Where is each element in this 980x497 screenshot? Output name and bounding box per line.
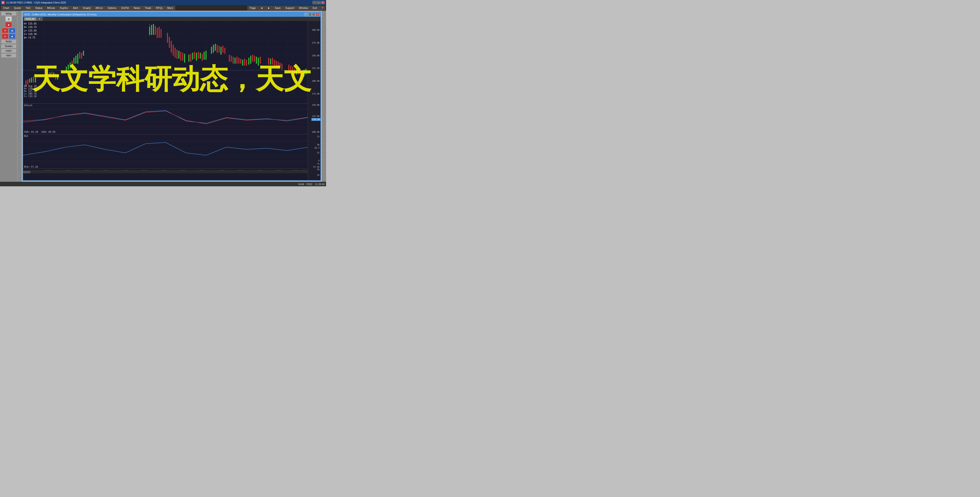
menu-news[interactable]: News — [132, 6, 142, 10]
dot-decoration — [323, 155, 325, 156]
chart-window-controls[interactable]: 🔍 ─ □ ✕ — [305, 13, 319, 16]
menu-snapq[interactable]: SnapQ — [81, 6, 93, 10]
dot-decoration — [323, 53, 325, 54]
dot-decoration — [323, 118, 325, 119]
chart-tab-add[interactable]: ▼ — [36, 17, 43, 21]
svg-rect-116 — [304, 70, 304, 76]
chart-search-icon[interactable]: 🔍 — [305, 13, 308, 16]
chart-scrollbar[interactable] — [23, 170, 308, 173]
titlebar-controls[interactable]: ─ □ ✕ — [313, 1, 325, 4]
list-button[interactable]: <list> — [1, 54, 16, 57]
svg-rect-55 — [167, 33, 168, 43]
candle-group-2015-16 — [229, 55, 247, 66]
dot-decoration — [19, 16, 20, 17]
dot-decoration — [323, 167, 325, 168]
dot-decoration — [19, 175, 20, 176]
svg-rect-36 — [57, 75, 58, 80]
price-175: 175.00 — [312, 93, 320, 95]
menubar: Chart Quote T&S Status MScan SupSrv Aler… — [0, 5, 326, 11]
current-price-label: 119.30 — [311, 118, 320, 121]
setup-button[interactable]: Setup — [1, 12, 16, 16]
svg-rect-29 — [35, 78, 36, 83]
menu-rfqs[interactable]: RFQs — [154, 6, 165, 10]
dot-decoration — [19, 32, 20, 33]
price-delta: Δ= +3.75 — [24, 36, 37, 39]
dot-decoration — [19, 102, 20, 103]
studies-button[interactable]: Studies — [1, 44, 16, 48]
svg-rect-110 — [292, 67, 293, 73]
intd-button[interactable]: <IntD> — [1, 49, 16, 53]
menu-allcon[interactable]: AllCon — [93, 6, 105, 10]
dot-decoration — [19, 143, 20, 144]
close-button[interactable]: ✕ — [321, 1, 325, 4]
stoch-50: 50 — [317, 144, 320, 146]
svg-rect-115 — [302, 70, 302, 76]
menu-supsrv[interactable]: SupSrv — [58, 6, 70, 10]
svg-rect-50 — [153, 24, 154, 35]
dot-decoration — [19, 114, 20, 115]
red-x-icon[interactable]: ✕ — [2, 28, 8, 33]
menu-support[interactable]: Support — [283, 6, 296, 10]
candle-group-2016-17 — [248, 55, 261, 66]
svg-rect-28 — [33, 76, 34, 83]
main-chart-area[interactable] — [23, 21, 320, 96]
price-close: C= 119.30 — [24, 32, 37, 36]
blue-icon-2[interactable]: ■ — [9, 34, 15, 39]
svg-rect-75 — [211, 47, 212, 54]
statusbar: NUM P002 11:28:08 — [0, 182, 326, 186]
menu-mscan[interactable]: MScan — [45, 6, 57, 10]
menu-exit[interactable]: Exit — [311, 6, 319, 10]
chart-tab-kce[interactable]: KCE_M — [24, 17, 36, 21]
price-high: H= 119.75 — [24, 25, 37, 29]
chart-maximize-button[interactable]: □ — [312, 13, 315, 16]
maximize-button[interactable]: □ — [317, 1, 320, 4]
svg-rect-108 — [288, 65, 289, 72]
stoch-ssd-label: SSD= — [41, 131, 48, 133]
dot-decoration — [323, 37, 325, 38]
svg-rect-91 — [244, 59, 245, 66]
chart-window: KCE - Coffee (ICE), Monthly Continuation… — [22, 12, 321, 181]
menu-window[interactable]: Window — [297, 6, 310, 10]
menu-ts[interactable]: T&S — [24, 6, 33, 10]
svg-rect-85 — [233, 57, 234, 64]
svg-rect-111 — [294, 69, 295, 75]
red-icon-2[interactable]: ✕ — [2, 34, 8, 39]
svg-rect-101 — [270, 59, 271, 65]
print-icon[interactable]: 🖨 — [5, 16, 12, 21]
menu-next[interactable]: ► — [266, 6, 272, 10]
menu-alert[interactable]: Alert — [71, 6, 80, 10]
rsi-label-prefix: RSI= — [24, 166, 31, 168]
dot-decoration — [19, 147, 20, 148]
scrollbar-thumb[interactable] — [23, 171, 30, 173]
candle-group-2011-peak — [149, 24, 161, 38]
dot-decoration — [19, 49, 20, 49]
menu-more[interactable]: More — [165, 6, 175, 10]
stoch-panel: SStoch SSK= 44.28 SSD — [23, 104, 320, 134]
menu-trade[interactable]: Trade — [143, 6, 153, 10]
dot-decoration — [323, 24, 325, 25]
menu-chart[interactable]: Chart — [1, 6, 11, 10]
menu-quote[interactable]: Quote — [12, 6, 23, 10]
blue-icon[interactable]: ■ — [9, 28, 15, 33]
svg-rect-73 — [204, 52, 204, 60]
menu-options[interactable]: Options — [105, 6, 119, 10]
red-icon-1[interactable]: ■ — [5, 22, 12, 27]
menu-ordtkt[interactable]: OrdTkt — [119, 6, 131, 10]
menu-prev[interactable]: ◄ — [258, 6, 265, 10]
chart-minimize-button[interactable]: ─ — [309, 13, 312, 16]
svg-rect-41 — [73, 58, 75, 64]
chart-close-button[interactable]: ✕ — [316, 13, 319, 16]
menu-help[interactable]: ? — [320, 6, 325, 10]
dot-decoration — [19, 69, 20, 70]
dot-decoration — [323, 163, 325, 164]
dot-decoration — [323, 171, 325, 172]
chart-container: KCE - Coffee (ICE), Monthly Continuation… — [22, 11, 322, 182]
resd-button[interactable]: ReSd — [1, 40, 16, 43]
menu-page[interactable]: Page — [248, 6, 258, 10]
dot-decoration — [323, 110, 325, 111]
menu-save[interactable]: Save — [273, 6, 283, 10]
minimize-button[interactable]: ─ — [313, 1, 316, 4]
menu-status[interactable]: Status — [33, 6, 45, 10]
svg-rect-30 — [46, 75, 46, 80]
stoch-values: SSK= 44.28 SSD= 40.50 — [24, 131, 55, 133]
